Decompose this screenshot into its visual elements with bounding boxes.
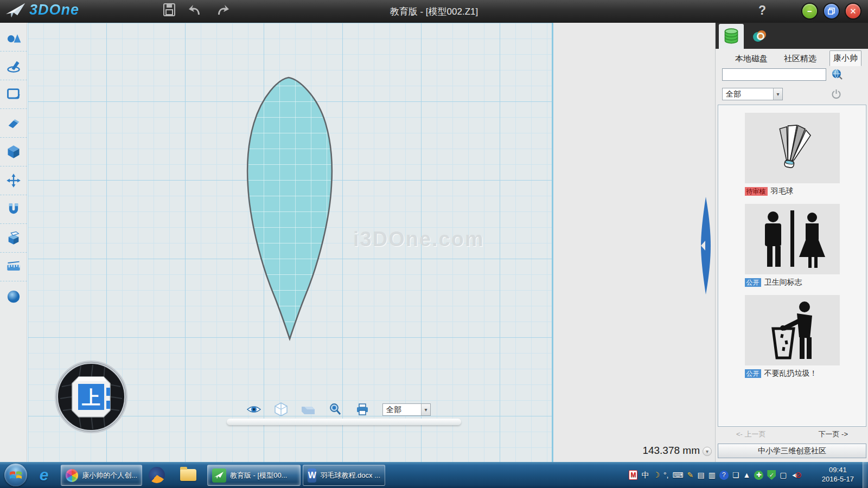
chevron-down-icon: ▾ bbox=[421, 404, 430, 415]
bottom-toolbar: 全部 ▾ bbox=[247, 401, 475, 418]
teardrop-sketch[interactable] bbox=[247, 78, 332, 339]
category-filter-select[interactable]: 全部 ▾ bbox=[722, 88, 783, 100]
tab-local-disk[interactable]: 本地磁盘 bbox=[732, 52, 771, 66]
search-globe-icon[interactable] bbox=[832, 69, 843, 82]
restore-windows-icon bbox=[828, 8, 835, 15]
measurement-readout: 143.378 mm bbox=[575, 445, 700, 457]
windows-flag-icon bbox=[9, 469, 22, 481]
tab-community-featured[interactable]: 社区精选 bbox=[781, 52, 820, 66]
view-cube[interactable]: 上 bbox=[54, 359, 129, 434]
display-filter-select[interactable]: 全部 ▾ bbox=[382, 403, 431, 416]
assembly-cube-icon bbox=[6, 230, 21, 246]
tab-community-library[interactable] bbox=[747, 24, 772, 49]
model-card-restroom[interactable]: 公开 卫生间标志 bbox=[745, 204, 840, 287]
firefox-launcher[interactable] bbox=[146, 465, 167, 485]
sphere-icon bbox=[6, 288, 21, 304]
close-button[interactable]: ✕ bbox=[846, 4, 860, 18]
wireframe-view-button[interactable] bbox=[274, 403, 288, 416]
next-page-button[interactable]: 下一页 -> bbox=[818, 429, 848, 439]
model-card-litter[interactable]: 公开 不要乱扔垃圾！ bbox=[745, 295, 840, 378]
model-thumbnail bbox=[745, 204, 840, 274]
status-badge: 公开 bbox=[745, 278, 761, 287]
chevron-down-icon: ▾ bbox=[773, 88, 782, 100]
doc-search-icon[interactable]: ▤ bbox=[697, 471, 704, 479]
ime-symbol-icon[interactable]: °, bbox=[663, 471, 669, 479]
antivirus-plus-icon[interactable]: ✚ bbox=[754, 471, 763, 480]
sketch-pen-icon bbox=[6, 58, 21, 73]
measurement-dropdown-button[interactable]: ▾ bbox=[703, 447, 712, 456]
taskbar-clock[interactable]: 09:41 2016-5-17 bbox=[822, 465, 854, 484]
search-input[interactable] bbox=[722, 68, 826, 81]
start-button[interactable] bbox=[4, 464, 27, 486]
windows-taskbar: e 康小帅的个人创... 教育版 - [模型00... W 羽毛球教程.docx… bbox=[0, 462, 868, 488]
cube-icon bbox=[6, 144, 21, 159]
status-badge: 公开 bbox=[745, 369, 761, 378]
ie-icon: e bbox=[40, 466, 49, 484]
eraser-tool[interactable] bbox=[0, 109, 27, 138]
taskbar-item-3done[interactable]: 教育版 - [模型00... bbox=[207, 465, 301, 486]
sketch-edit-tool[interactable] bbox=[0, 80, 27, 109]
ime-chinese-icon[interactable]: 中 bbox=[641, 471, 649, 479]
window-title: 教育版 - [模型002.Z1] bbox=[0, 0, 868, 23]
show-desktop-button[interactable] bbox=[863, 462, 868, 488]
category-filter-value: 全部 bbox=[723, 88, 773, 100]
internet-explorer-launcher[interactable]: e bbox=[34, 465, 54, 485]
render-tool[interactable] bbox=[0, 281, 27, 310]
community-site-button[interactable]: 中小学三维创意社区 bbox=[718, 444, 866, 458]
doc-edit-icon[interactable]: ▥ bbox=[709, 471, 716, 479]
snap-tool[interactable] bbox=[0, 195, 27, 224]
measure-tool[interactable] bbox=[0, 253, 27, 281]
hidden-icons-arrow[interactable]: ▲ bbox=[743, 471, 750, 479]
visibility-eye-button[interactable] bbox=[247, 403, 261, 416]
folder-icon bbox=[180, 469, 196, 481]
browser-pinwheel-icon bbox=[66, 469, 78, 482]
app-window: 3DOne 教育版 - [模型002.Z1] ? − bbox=[0, 0, 868, 488]
file-explorer-launcher[interactable] bbox=[178, 465, 199, 485]
prev-page-button[interactable]: <- 上一页 bbox=[736, 429, 766, 439]
display-filter-value: 全部 bbox=[383, 404, 421, 415]
restroom-sign-image bbox=[745, 204, 840, 274]
community-logo-icon bbox=[751, 28, 768, 44]
library-panel-header bbox=[716, 23, 868, 49]
model-card-badminton[interactable]: 待审核 羽毛球 bbox=[745, 113, 840, 196]
sogou-brush-icon[interactable]: ✎ bbox=[687, 471, 694, 479]
word-icon: W bbox=[308, 468, 316, 483]
pagination: <- 上一页 下一页 -> bbox=[718, 429, 866, 439]
zoom-view-button[interactable] bbox=[328, 403, 342, 416]
assembly-tool[interactable] bbox=[0, 224, 27, 253]
shaded-view-button[interactable] bbox=[301, 403, 315, 416]
model-name: 卫生间标志 bbox=[764, 278, 802, 287]
power-refresh-icon[interactable] bbox=[832, 89, 841, 101]
move-tool[interactable] bbox=[0, 166, 27, 195]
taskbar-item-browser[interactable]: 康小帅的个人创... bbox=[61, 465, 142, 486]
move-arrows-icon bbox=[6, 173, 21, 188]
title-bar: 3DOne 教育版 - [模型002.Z1] ? − bbox=[0, 0, 868, 23]
view-cube-face-label: 上 bbox=[81, 387, 100, 408]
feature-modeling-tool[interactable] bbox=[0, 138, 27, 166]
shield-icon[interactable]: ✓ bbox=[767, 470, 776, 480]
ime-keyboard-icon[interactable]: ⌨ bbox=[672, 471, 683, 479]
primitives-tool[interactable] bbox=[0, 23, 27, 52]
sketch-edit-icon bbox=[6, 87, 21, 102]
model-list: 待审核 羽毛球 bbox=[718, 105, 866, 427]
model-name: 羽毛球 bbox=[771, 187, 794, 196]
bottom-panel-handle[interactable] bbox=[227, 419, 461, 425]
status-badge: 待审核 bbox=[745, 187, 768, 196]
help-tray-icon[interactable]: ? bbox=[719, 471, 729, 480]
watermark: i3DOne.com bbox=[353, 228, 484, 251]
sketch-tool[interactable] bbox=[0, 52, 27, 80]
taskbar-item-word[interactable]: W 羽毛球教程.docx ... bbox=[303, 465, 385, 486]
tab-user-models[interactable]: 康小帅 bbox=[829, 50, 861, 66]
left-toolbar bbox=[0, 23, 27, 462]
maxthon-icon[interactable]: M bbox=[629, 470, 637, 480]
maximize-button[interactable] bbox=[824, 4, 839, 18]
tab-local-library[interactable] bbox=[719, 24, 744, 49]
minimize-button[interactable]: − bbox=[802, 4, 817, 18]
model-thumbnail bbox=[745, 113, 840, 183]
panel-collapse-handle[interactable] bbox=[700, 196, 711, 297]
print-button[interactable] bbox=[355, 403, 369, 416]
network-icon[interactable]: ▢ bbox=[780, 471, 787, 479]
help-button[interactable]: ? bbox=[758, 3, 766, 18]
window-restore-icon[interactable]: ❏ bbox=[732, 471, 739, 479]
sogou-moon-icon[interactable]: ☽ bbox=[653, 471, 660, 479]
